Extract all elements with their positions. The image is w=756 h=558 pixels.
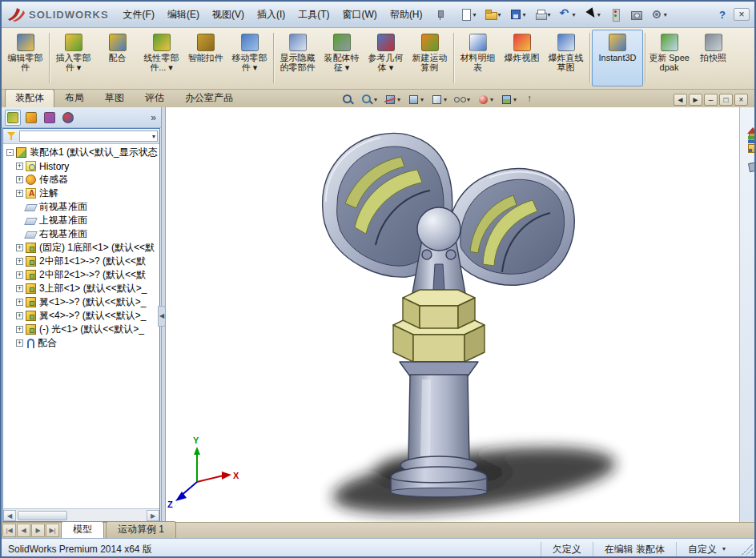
ribbon-button-bill-of-materials[interactable]: 材料明细表 (456, 30, 500, 86)
command-tab[interactable]: 评估 (135, 89, 175, 107)
menu-item[interactable]: 视图(V) (206, 2, 251, 27)
filter-funnel-icon[interactable] (7, 131, 17, 141)
ribbon-button-update-speedpak[interactable]: 更新 Speedpak (647, 30, 691, 86)
close-button[interactable]: × (734, 94, 748, 106)
scroll-right-button[interactable]: ▶ (147, 510, 159, 521)
rebuild-button[interactable] (605, 6, 625, 23)
expand-toggle-icon[interactable]: + (16, 271, 23, 279)
scroll-thumb[interactable] (18, 511, 67, 520)
tree-item[interactable]: +翼<1>->? (默认<<默认>_ (3, 295, 159, 309)
custom-dropdown[interactable]: 自定义 ▾ (676, 542, 737, 556)
expand-toggle-icon[interactable]: + (16, 299, 23, 306)
view-settings-button[interactable] (521, 92, 538, 107)
viewport-canvas[interactable]: Y X Z (166, 107, 739, 522)
ribbon-button-show-hidden-components[interactable]: 显示隐藏的零部件 (275, 30, 320, 86)
propertymanager-tab[interactable] (23, 110, 39, 126)
menu-item[interactable]: 插入(I) (251, 2, 292, 27)
displaymanager-tab[interactable] (60, 110, 76, 126)
tree-item[interactable]: +配合 (3, 336, 159, 350)
study-nav-button-3[interactable]: ▶| (46, 524, 59, 537)
featuremanager-tree-tab[interactable] (5, 110, 21, 126)
menu-item[interactable]: 帮助(H) (384, 2, 429, 27)
tree-item[interactable]: +2中部1<1>->? (默认<<默 (3, 255, 159, 268)
hide-show-items-button[interactable]: ▾ (452, 92, 472, 107)
command-tab[interactable]: 草图 (94, 89, 135, 107)
tree-item[interactable]: +2中部2<1>->? (默认<<默 (3, 268, 159, 282)
snapshot-button[interactable] (626, 6, 645, 23)
menu-item[interactable]: 编辑(E) (161, 2, 206, 27)
save-button[interactable]: ▾ (506, 6, 529, 23)
study-nav-button-0[interactable]: |◀ (2, 524, 16, 537)
command-tab[interactable]: 办公室产品 (175, 89, 243, 107)
zoom-fit-button[interactable] (340, 92, 356, 107)
select-button[interactable]: ▾ (581, 6, 604, 23)
options-button[interactable]: ▾ (647, 6, 670, 23)
panel-hscrollbar[interactable]: ◀ ▶ (3, 508, 159, 521)
filter-input[interactable]: ▾ (19, 130, 158, 142)
expand-toggle-icon[interactable]: - (6, 149, 14, 156)
expand-toggle-icon[interactable]: + (16, 326, 23, 333)
ribbon-button-edit-component[interactable]: 编辑零部件 (3, 30, 47, 86)
tree-item[interactable]: +传感器 (3, 173, 159, 187)
help-button[interactable]: ? (714, 9, 730, 21)
expand-toggle-icon[interactable]: + (16, 312, 23, 319)
tree-item[interactable]: 前视基准面 (3, 200, 159, 214)
graphics-viewport[interactable]: Y X Z (165, 107, 739, 522)
tree-item[interactable]: 上视基准面 (3, 214, 159, 227)
expand-toggle-icon[interactable]: + (16, 190, 23, 197)
ribbon-button-explode-line-sketch[interactable]: 爆炸直线草图 (544, 30, 588, 86)
ribbon-button-assembly-features[interactable]: 装配体特征 ▾ (320, 30, 364, 86)
display-style-button[interactable]: ▾ (428, 92, 449, 107)
scroll-left-button[interactable]: ◀ (3, 510, 16, 521)
tree-item[interactable]: +注解 (3, 187, 159, 200)
menu-item[interactable]: 工具(T) (292, 2, 336, 27)
ribbon-button-mate[interactable]: 配合 (95, 30, 139, 86)
bottom-tab[interactable]: 运动算例 1 (106, 521, 176, 538)
filter-caret-icon[interactable]: ▾ (152, 133, 155, 140)
command-tab[interactable]: 装配体 (5, 89, 54, 107)
edit-appearance-button[interactable]: ▾ (475, 92, 496, 107)
tree-item[interactable]: +(-) 光<1> (默认<<默认>_ (3, 323, 159, 336)
section-view-button[interactable]: ▾ (382, 92, 403, 107)
undo-button[interactable]: ▾ (556, 6, 579, 23)
expand-toggle-icon[interactable]: + (16, 163, 23, 170)
expand-toggle-icon[interactable]: + (16, 258, 23, 265)
apply-scene-button[interactable]: ▾ (498, 92, 519, 107)
tree-item[interactable]: +3上部<1> (默认<<默认>_ (3, 282, 159, 295)
ribbon-button-reference-geometry[interactable]: 参考几何体 ▾ (364, 30, 408, 86)
minimize-button[interactable]: – (704, 94, 718, 106)
ribbon-button-take-snapshot[interactable]: 拍快照 (691, 30, 735, 86)
ribbon-button-exploded-view[interactable]: 爆炸视图 (500, 30, 544, 86)
collapse-left-button[interactable]: ◄ (674, 94, 687, 106)
ribbon-button-linear-component-pattern[interactable]: 线性零部件... ▾ (139, 30, 183, 86)
tree-item[interactable]: 右视基准面 (3, 227, 159, 241)
expand-toggle-icon[interactable]: + (16, 176, 23, 183)
configurationmanager-tab[interactable] (42, 110, 58, 126)
command-tab[interactable]: 布局 (54, 89, 94, 107)
tree-item[interactable]: +翼<4>->? (默认<<默认>_ (3, 309, 159, 323)
expand-toggle-icon[interactable]: + (16, 285, 23, 292)
ribbon-button-move-component[interactable]: 移动零部件 ▾ (227, 30, 271, 86)
menu-item[interactable]: 窗口(W) (336, 2, 384, 27)
ribbon-button-instant3d[interactable]: Instant3D (592, 30, 643, 86)
window-close-button[interactable]: × (734, 8, 750, 21)
expand-toggle-icon[interactable]: + (16, 339, 23, 347)
study-nav-button-2[interactable]: ▶ (31, 524, 45, 537)
pin-icon[interactable] (434, 9, 445, 20)
ribbon-button-new-motion-study[interactable]: 新建运动算例 (408, 30, 452, 86)
print-button[interactable]: ▾ (531, 6, 554, 23)
ribbon-button-insert-components[interactable]: 插入零部件 ▾ (51, 30, 95, 86)
zoom-area-button[interactable]: ▾ (359, 92, 380, 107)
study-nav-button-1[interactable]: ◀ (17, 524, 30, 537)
bottom-tab[interactable]: 模型 (61, 521, 104, 538)
tree-item[interactable]: -装配体1 (默认<默认_显示状态 (3, 146, 159, 159)
panel-chevron-icon[interactable]: » (151, 112, 158, 123)
tree-item[interactable]: +(固定) 1底部<1> (默认<<默 (3, 241, 159, 255)
menu-item[interactable]: 文件(F) (117, 2, 161, 27)
tree-item[interactable]: +History (3, 159, 159, 173)
restore-button[interactable]: □ (719, 94, 733, 106)
view-orientation-button[interactable]: ▾ (405, 92, 426, 107)
collapse-right-button[interactable]: ► (689, 94, 702, 106)
new-button[interactable]: ▾ (456, 6, 480, 23)
open-button[interactable]: ▾ (481, 6, 505, 23)
